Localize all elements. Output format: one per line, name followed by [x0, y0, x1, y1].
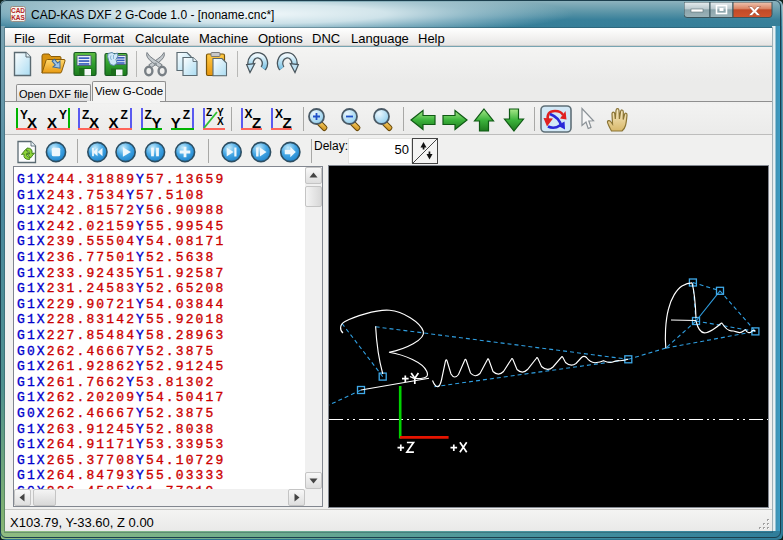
svg-text:KAS: KAS: [11, 14, 25, 21]
